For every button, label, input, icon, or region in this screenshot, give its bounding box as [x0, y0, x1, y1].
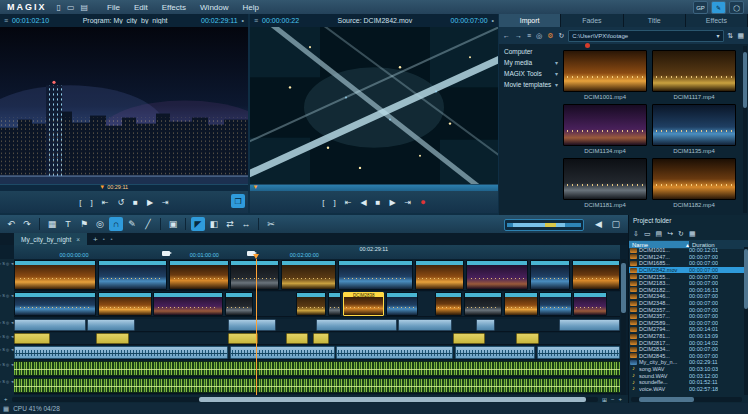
workspace-badge-icon[interactable]: GP	[693, 1, 708, 14]
pencil-icon[interactable]: ✎	[125, 217, 139, 231]
project-file-row[interactable]: DCIM2348...00:00:07:00	[629, 300, 744, 307]
film-icon[interactable]: ▤	[656, 230, 663, 238]
clip[interactable]	[537, 346, 620, 359]
project-file-row[interactable]: ♪song.WAV00:03:10:03	[629, 366, 744, 373]
mark-out-button[interactable]: ]	[90, 198, 92, 207]
mark-out-button[interactable]: ]	[334, 198, 336, 207]
program-scrub-marker[interactable]: ▼ 00:29:11	[99, 184, 128, 191]
grid-view-icon[interactable]: ▦	[689, 230, 696, 238]
clip[interactable]	[98, 292, 153, 316]
project-file-row[interactable]: DCIM2842.mov00:00:07:00	[629, 267, 744, 274]
clip[interactable]	[313, 333, 329, 344]
speaker-icon[interactable]: ◀	[595, 219, 602, 229]
clip[interactable]	[466, 260, 528, 290]
clip[interactable]	[96, 333, 129, 344]
chevron-down-icon[interactable]: ▾	[555, 59, 558, 66]
project-horizontal-scrollbar[interactable]	[631, 397, 742, 402]
new-project-icon[interactable]: ▯	[57, 3, 61, 12]
clip[interactable]	[530, 260, 570, 290]
refresh-icon[interactable]: ↻	[678, 230, 684, 238]
tree-item-computer[interactable]: Computer	[499, 46, 561, 57]
monitor-layout-icon[interactable]: ▢	[611, 219, 620, 229]
clip[interactable]	[336, 346, 453, 359]
range-mode-icon[interactable]: ◧	[207, 217, 221, 231]
menu-item-help[interactable]: Help	[236, 3, 266, 12]
clip[interactable]	[230, 260, 278, 290]
visibility-icon[interactable]: ◎	[6, 293, 10, 317]
clip[interactable]: DCIM2838	[343, 292, 384, 316]
menu-item-edit[interactable]: Edit	[127, 3, 155, 12]
project-file-row[interactable]: DCIM2183...00:00:07:00	[629, 280, 744, 287]
lock-icon[interactable]: ▫	[0, 293, 1, 317]
clip[interactable]	[228, 333, 258, 344]
lock-icon[interactable]: ▫	[0, 334, 1, 345]
tree-item-my-media[interactable]: My media▾	[499, 57, 561, 68]
clip[interactable]	[14, 361, 620, 376]
refresh-icon[interactable]: ↻	[558, 32, 564, 40]
project-file-row[interactable]: DCIM2817...00:00:14:02	[629, 339, 744, 346]
clip[interactable]	[398, 319, 452, 331]
playhead[interactable]	[256, 259, 257, 395]
fit-icon[interactable]: ⊞	[602, 396, 607, 403]
monitor-options-icon[interactable]: •	[242, 17, 244, 24]
source-video-frame[interactable]	[250, 27, 498, 184]
redo-icon[interactable]: ↷	[20, 217, 34, 231]
clip[interactable]	[453, 333, 486, 344]
clip[interactable]	[14, 319, 86, 331]
scene-marker-icon[interactable]	[162, 251, 170, 256]
menu-item-window[interactable]: Window	[193, 3, 235, 12]
monitor-menu-icon[interactable]: ≡	[4, 17, 8, 24]
project-file-row[interactable]: DCIM2357...00:00:07:00	[629, 306, 744, 313]
back-icon[interactable]: ←	[503, 32, 510, 40]
project-file-row[interactable]: DCIM2781...00:00:13:09	[629, 333, 744, 340]
track-header-2[interactable]: ▫S◎◄	[1, 292, 13, 317]
project-file-row[interactable]: DCIM2845...00:00:07:00	[629, 353, 744, 360]
clip[interactable]	[228, 319, 276, 331]
close-icon[interactable]: ×	[76, 236, 80, 243]
clip[interactable]	[286, 333, 308, 344]
solo-icon[interactable]: S	[2, 362, 5, 377]
jump-start-button[interactable]: ⇤	[102, 198, 109, 207]
media-thumbnail[interactable]	[652, 104, 736, 146]
pointer-icon[interactable]: ◤	[191, 217, 205, 231]
add-tab-icon[interactable]: +	[93, 235, 98, 244]
menu-item-effects[interactable]: Effects	[155, 3, 193, 12]
open-project-icon[interactable]: ▭	[67, 3, 75, 12]
menu-item-file[interactable]: File	[100, 3, 127, 12]
new-folder-icon[interactable]: ▭	[644, 230, 651, 238]
trash-icon[interactable]: ▦	[45, 217, 59, 231]
clip[interactable]	[464, 292, 503, 316]
clip[interactable]	[455, 346, 535, 359]
visibility-icon[interactable]: ◎	[6, 362, 10, 377]
clip[interactable]	[14, 378, 620, 393]
project-file-row[interactable]: DCIM1001...00:00:12:01	[629, 247, 744, 254]
project-file-row[interactable]: DCIM2182...00:00:16:13	[629, 287, 744, 294]
timeline-tab[interactable]: My_city_by_night ×	[14, 233, 87, 245]
project-file-row[interactable]: ♪sound.WAV00:03:12:00	[629, 372, 744, 379]
tab-title[interactable]: Title	[624, 14, 686, 27]
clip[interactable]	[153, 292, 223, 316]
clip[interactable]	[230, 346, 334, 359]
solo-icon[interactable]: S	[2, 293, 5, 317]
media-thumbnail[interactable]	[563, 158, 647, 200]
monitor-options-icon[interactable]: •	[492, 17, 494, 24]
gear-icon[interactable]: ⚙	[547, 32, 553, 40]
clip[interactable]	[338, 260, 413, 290]
import-scrollbar[interactable]	[743, 46, 747, 213]
zoom-in-icon[interactable]: +	[618, 396, 622, 403]
media-file[interactable]: DCIM1135.mp4	[652, 104, 736, 158]
folder-tree-icon[interactable]: ≡	[527, 32, 531, 40]
clip[interactable]	[316, 319, 397, 331]
media-file[interactable]: DCIM1182.mp4	[652, 158, 736, 212]
project-file-row[interactable]: DCIM2794...00:00:14:01	[629, 326, 744, 333]
clip[interactable]	[476, 319, 495, 331]
chevron-down-icon[interactable]: ▾	[716, 32, 719, 39]
sort-icon[interactable]: ⇅	[728, 32, 734, 40]
stop-button[interactable]: ■	[133, 198, 138, 207]
jump-start-button[interactable]: ⇤	[345, 198, 352, 207]
chevron-down-icon[interactable]: ▾	[555, 70, 558, 77]
record-button[interactable]: ●	[420, 197, 425, 207]
clip[interactable]	[14, 260, 96, 290]
project-file-row[interactable]: DCIM1685...00:00:07:00	[629, 260, 744, 267]
project-file-row[interactable]: DCIM2834...00:00:07:00	[629, 346, 744, 353]
